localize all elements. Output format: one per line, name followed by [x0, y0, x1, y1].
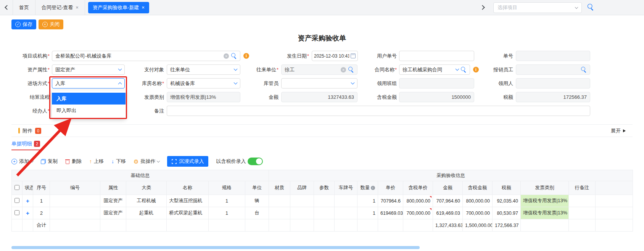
column-header-row: 状态 序号 编号 属性 大类 名称 规格 单位 材质 品牌 参数 车牌号 数量i…: [12, 181, 633, 195]
move-up-button[interactable]: ↑ 上移: [89, 158, 104, 165]
cell-line-note[interactable]: [569, 207, 596, 219]
tab-bar: 首页 合同登记-查看 × 资产采购验收单-新建 × 选择项目: [0, 0, 644, 15]
arrow-down-icon: ↓: [111, 158, 114, 164]
warehouse-keeper-select[interactable]: [281, 78, 357, 88]
tabs-scroll-right-icon[interactable]: [480, 5, 485, 10]
column-header-tax-included: 含税金额: [463, 181, 493, 195]
field-label-amount: 金额: [233, 92, 279, 102]
cell-qty[interactable]: 1: [357, 195, 378, 207]
tab-home[interactable]: 首页: [13, 0, 35, 15]
fullscreen-icon: [172, 159, 177, 164]
column-header-brand: 品牌: [290, 181, 314, 195]
field-label-tax-amount: 税额: [467, 92, 513, 102]
immersive-entry-button[interactable]: 沉浸式录入: [167, 156, 208, 167]
select-all-checkbox[interactable]: [14, 185, 19, 190]
add-row-button[interactable]: + 添加: [11, 158, 33, 165]
search-icon[interactable]: [461, 67, 467, 72]
row-checkbox[interactable]: [14, 198, 19, 203]
cell-unit[interactable]: 台: [245, 207, 269, 219]
dropdown-option-inbound[interactable]: 入库: [52, 93, 126, 105]
tab-label: 合同登记-查看: [42, 4, 73, 11]
cell-name[interactable]: 桥式双梁起重机: [167, 207, 209, 219]
close-tab-icon[interactable]: ×: [142, 5, 145, 10]
save-button[interactable]: ✓ 保存: [11, 19, 36, 29]
cell-unit[interactable]: 辆: [245, 195, 269, 207]
contract-name-select[interactable]: 徐工机械采购合同: [399, 64, 470, 75]
tabs-scroll-left-icon[interactable]: [5, 5, 10, 10]
tab-contract-view[interactable]: 合同登记-查看 ×: [35, 0, 85, 15]
field-label-reimburse-staff: 报销员工: [467, 64, 513, 75]
attachments-bar: 附件 0 展开: [11, 124, 633, 137]
cell-status[interactable]: +: [23, 207, 33, 219]
batch-operations-button[interactable]: ⚙ 批操作: [134, 158, 159, 165]
cell-param[interactable]: [314, 207, 335, 219]
cell-name[interactable]: 大型液压挖掘机: [167, 195, 209, 207]
cell-brand[interactable]: [290, 195, 314, 207]
cell-qty[interactable]: 1: [357, 207, 378, 219]
use-person-input: [516, 78, 590, 88]
cell-param[interactable]: [314, 195, 335, 207]
column-header-status: 状态: [23, 181, 33, 195]
column-header-material: 材质: [269, 181, 290, 195]
cell-brand[interactable]: [290, 207, 314, 219]
app-window: 首页 合同登记-查看 × 资产采购验收单-新建 × 选择项目 ✓ 保存 × 关闭…: [0, 0, 644, 251]
cell-tax-price[interactable]: 800,000.00: [403, 195, 433, 207]
cell-plate[interactable]: [335, 195, 357, 207]
cell-status[interactable]: +: [23, 195, 33, 207]
reimburse-staff-input[interactable]: [516, 64, 590, 75]
clear-icon[interactable]: ×: [224, 53, 229, 59]
user-no-input[interactable]: [399, 51, 474, 61]
search-icon[interactable]: [588, 4, 594, 10]
search-icon[interactable]: [581, 67, 587, 72]
project-org-input[interactable]: 金桥装配公司-机械设备库 ×: [52, 51, 240, 61]
clear-icon[interactable]: ×: [341, 67, 346, 72]
remark-input[interactable]: [167, 106, 590, 116]
entry-mode-select[interactable]: 入库: [52, 78, 125, 88]
cell-code[interactable]: [50, 195, 100, 207]
move-down-button[interactable]: ↓ 下移: [111, 158, 126, 165]
cell-price[interactable]: 707964.6: [378, 195, 403, 207]
horizontal-scrollbar[interactable]: [11, 246, 420, 249]
tab-label: 资产采购验收单-新建: [93, 4, 139, 11]
cell-invoice-type[interactable]: 增值税专用发票|13%: [521, 195, 569, 207]
cell-category[interactable]: 工程机械: [126, 195, 167, 207]
total-label: 合计: [33, 219, 50, 232]
column-header-seq: 序号: [33, 181, 50, 195]
tab-detail-lines[interactable]: 单据明细 2: [11, 140, 40, 150]
cell-material[interactable]: [269, 195, 290, 207]
detail-count-badge: 2: [34, 141, 40, 147]
cell-spec[interactable]: 1: [209, 207, 245, 219]
field-label-tax-included-amount: 含税金额: [351, 92, 397, 102]
project-select[interactable]: 选择项目: [493, 2, 582, 13]
column-header-category: 大类: [126, 181, 167, 195]
cell-price[interactable]: 619469.03: [378, 207, 403, 219]
cell-code[interactable]: [50, 207, 100, 219]
cell-attr[interactable]: 固定资产: [100, 207, 126, 219]
pay-target-select[interactable]: 往来单位: [167, 64, 240, 75]
cell-line-note[interactable]: [569, 195, 596, 207]
asset-attr-select[interactable]: 固定资产: [52, 64, 125, 75]
tab-asset-acceptance-new[interactable]: 资产采购验收单-新建 ×: [88, 2, 149, 13]
cell-material[interactable]: [269, 207, 290, 219]
expand-button[interactable]: 展开: [611, 127, 626, 134]
row-checkbox[interactable]: [14, 210, 19, 215]
close-tab-icon[interactable]: ×: [76, 5, 79, 10]
cell-attr[interactable]: 固定资产: [100, 195, 126, 207]
cell-tax-price[interactable]: 700,000.00: [403, 207, 433, 219]
tax-price-toggle[interactable]: [248, 158, 263, 165]
close-button[interactable]: × 关闭: [39, 19, 63, 29]
cell-invoice-type[interactable]: 增值税专用发票|13%: [521, 207, 569, 219]
dropdown-option-in-out[interactable]: 即入即出: [52, 105, 126, 116]
cell-plate[interactable]: [335, 207, 357, 219]
field-label-operator: 经办人*: [4, 106, 50, 116]
column-header-invoice-type: 发票类别: [521, 181, 569, 195]
delete-row-button[interactable]: 删除: [65, 158, 82, 165]
copy-row-button[interactable]: 复制: [41, 158, 58, 165]
doc-no-input: [516, 51, 590, 61]
counterparty-input[interactable]: 徐工 ×: [281, 64, 357, 75]
search-icon[interactable]: [231, 53, 237, 59]
warehouse-name-select[interactable]: 机械设备库: [167, 78, 240, 88]
cell-category[interactable]: 起重机: [126, 207, 167, 219]
cell-spec[interactable]: 1: [209, 195, 245, 207]
project-select-placeholder: 选择项目: [497, 4, 575, 11]
